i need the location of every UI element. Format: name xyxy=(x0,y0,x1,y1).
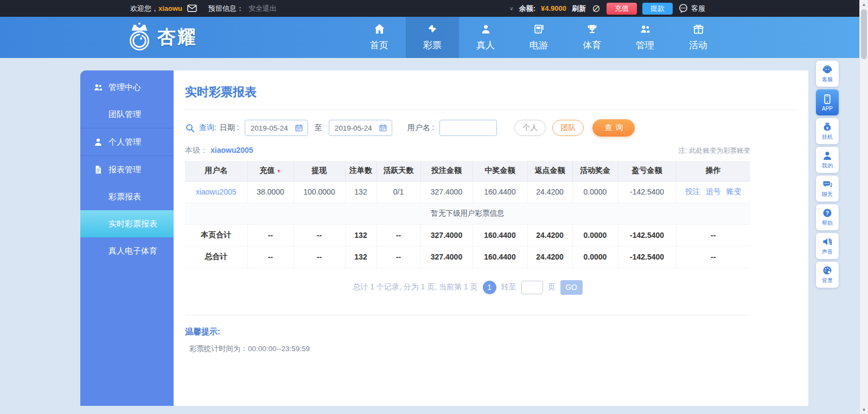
gift-icon xyxy=(693,23,704,35)
level-username[interactable]: xiaowu2005 xyxy=(210,146,253,154)
sidebar-item-team-manage[interactable]: 团队管理 xyxy=(80,101,174,128)
calendar-icon[interactable] xyxy=(379,124,387,132)
page-unit-label: 页 xyxy=(548,282,556,292)
scrollbar-thumb[interactable] xyxy=(861,9,867,59)
total-cell: -- xyxy=(247,246,293,268)
sidebar-item-manage-center[interactable]: 管理中心 xyxy=(80,74,174,101)
sidebar-item-lottery-report[interactable]: 彩票报表 xyxy=(80,183,174,210)
nav-item-egames[interactable]: 电游 xyxy=(512,17,565,58)
goto-page-input[interactable] xyxy=(521,281,543,294)
envelope-icon[interactable] xyxy=(187,4,197,12)
chat-icon xyxy=(822,179,833,190)
tool-background[interactable]: 背景 xyxy=(816,262,839,288)
username-input-wrap xyxy=(439,120,497,136)
report-icon xyxy=(93,165,103,174)
refresh-link[interactable]: 刷新 xyxy=(572,4,586,14)
page-title: 实时彩票报表 xyxy=(185,84,797,100)
col-header-actions: 操作 xyxy=(676,161,750,181)
tool-customer-service[interactable]: 客服 xyxy=(816,61,839,87)
search-icon xyxy=(185,123,195,133)
calendar-icon[interactable] xyxy=(295,124,303,132)
current-page-button[interactable]: 1 xyxy=(483,281,496,294)
tool-auto-bet[interactable]: ¥ 挂机 xyxy=(816,118,839,144)
nav-item-label: 体育 xyxy=(583,39,601,51)
tool-mine[interactable]: 我的 xyxy=(816,147,839,173)
col-header-withdraw: 提现 xyxy=(293,161,345,181)
pagination-summary: 总计 1 个记录, 分为 1 页, 当前第 1 页 xyxy=(353,282,477,292)
cell-profit-loss: -142.5400 xyxy=(618,181,676,203)
cell-bet-count: 132 xyxy=(345,181,376,203)
team-button[interactable]: 团队 xyxy=(552,120,584,136)
tool-label: 背景 xyxy=(822,277,833,284)
tool-app[interactable]: APP xyxy=(816,89,839,115)
chase-number-link[interactable]: 追号 xyxy=(706,187,721,196)
user-icon xyxy=(93,137,103,147)
tool-help[interactable]: ? 帮助 xyxy=(816,204,839,230)
phone-app-icon xyxy=(822,94,833,105)
navbar: 杏耀 首页 彩票 真人 电游 体育 管理 活动 xyxy=(0,17,868,58)
nav-item-promos[interactable]: 活动 xyxy=(672,17,725,58)
table-header-row: 用户名 充值▼ 提现 注单数 活跃天数 投注金额 中奖金额 返点金额 活动奖金 … xyxy=(185,161,750,181)
total-cell: -- xyxy=(376,246,420,268)
date-from-wrap xyxy=(245,120,308,136)
sidebar-item-personal-manage[interactable]: 个人管理 xyxy=(80,128,174,156)
nav-item-lottery[interactable]: 彩票 xyxy=(406,17,459,58)
username-label: 用户名 : xyxy=(407,123,435,133)
brand-logo[interactable]: 杏耀 xyxy=(124,17,197,58)
sidebar-item-live-egame-sports[interactable]: 真人电子体育 xyxy=(80,237,174,264)
total-cell: 0.0000 xyxy=(572,224,618,246)
sidebar-item-label: 彩票报表 xyxy=(108,192,141,202)
account-change-link[interactable]: 账变 xyxy=(726,187,742,196)
tool-label: 聊天 xyxy=(822,191,833,198)
eye-slash-icon[interactable] xyxy=(591,4,601,14)
username-input[interactable] xyxy=(444,124,492,133)
nav-item-home[interactable]: 首页 xyxy=(353,17,406,58)
tool-sound[interactable]: 声音 xyxy=(816,233,839,259)
withdraw-button[interactable]: 提款 xyxy=(642,3,673,15)
nav-item-sports[interactable]: 体育 xyxy=(565,17,618,58)
scroll-down-icon[interactable]: ▼ xyxy=(860,405,868,414)
sidebar-item-report-manage[interactable]: 报表管理 xyxy=(80,156,174,183)
nav-item-label: 活动 xyxy=(689,39,707,51)
cell-deposit: 38.0000 xyxy=(247,181,293,203)
sound-mute-icon xyxy=(822,236,833,247)
nav-item-label: 电游 xyxy=(529,39,548,51)
account-change-note: 注: 此处账变为彩票账变 xyxy=(679,146,750,156)
nav-item-label: 管理 xyxy=(636,39,654,51)
col-header-label: 充值 xyxy=(260,166,275,174)
col-header-deposit-sortable[interactable]: 充值▼ xyxy=(247,161,293,181)
empty-state-row: 暂无下级用户彩票信息 xyxy=(185,203,750,224)
total-cell: 132 xyxy=(345,246,376,268)
home-icon xyxy=(374,23,385,35)
grand-total-row: 总合计 -- -- 132 -- 327.4000 160.4400 24.42… xyxy=(185,246,750,268)
balance-caret-icon[interactable]: ∨ xyxy=(509,5,513,11)
date-from-input[interactable] xyxy=(250,124,292,133)
bet-records-link[interactable]: 投注 xyxy=(685,187,700,196)
grand-total-label: 总合计 xyxy=(185,246,247,268)
sidebar-item-label: 真人电子体育 xyxy=(108,246,157,256)
personal-button[interactable]: 个人 xyxy=(514,120,546,136)
tool-chat[interactable]: 聊天 xyxy=(816,176,839,202)
logout-link[interactable]: 安全退出 xyxy=(248,4,277,14)
col-header-bet-count: 注单数 xyxy=(345,161,376,181)
nav-item-label: 真人 xyxy=(476,39,495,51)
scrollbar[interactable]: ▲ ▼ xyxy=(859,0,868,414)
reserved-label: 预留信息： xyxy=(208,4,244,14)
nav-item-manage[interactable]: 管理 xyxy=(618,17,672,58)
go-button[interactable]: GO xyxy=(560,280,583,295)
topbar-left: 欢迎您，xiaowu 预留信息： 安全退出 xyxy=(130,4,277,14)
deposit-button[interactable]: 充值 xyxy=(607,3,637,15)
welcome-prefix: 欢迎您， xyxy=(130,4,158,12)
scroll-up-icon[interactable]: ▲ xyxy=(860,0,868,9)
welcome-text: 欢迎您，xiaowu xyxy=(130,4,182,14)
tool-label: 帮助 xyxy=(822,219,833,227)
date-to-input[interactable] xyxy=(334,124,376,133)
search-button[interactable]: 查询 xyxy=(592,119,635,137)
topbar-service[interactable]: 客服 xyxy=(678,3,705,14)
nav-item-live[interactable]: 真人 xyxy=(459,17,512,58)
col-header-rebate-amount: 返点金额 xyxy=(527,161,572,181)
row-username-link[interactable]: xiaowu2005 xyxy=(196,187,237,196)
col-header-bet-amount: 投注金额 xyxy=(420,161,473,181)
col-header-username: 用户名 xyxy=(185,161,247,181)
sidebar-item-realtime-lottery-report[interactable]: 实时彩票报表 xyxy=(80,210,174,237)
